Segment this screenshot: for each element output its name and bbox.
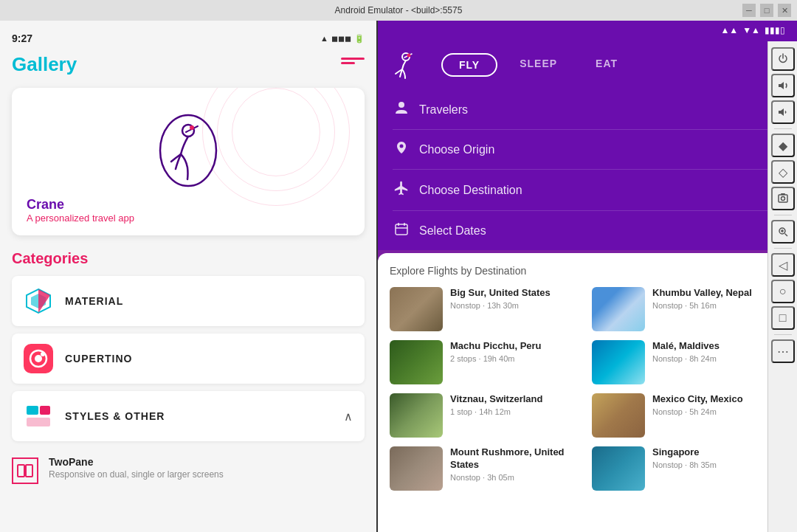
volume-down-button[interactable] xyxy=(771,100,795,124)
right-panel: ▲▲ ▼▲ ▮▮▮▯ FLY SLEEP EAT xyxy=(378,21,797,532)
travelers-row[interactable]: Travelers xyxy=(393,90,782,130)
right-wifi-icon: ▲▲ xyxy=(720,25,738,35)
svg-rect-13 xyxy=(26,465,32,477)
zoom-button[interactable] xyxy=(771,220,795,243)
tab-sleep[interactable]: SLEEP xyxy=(503,53,573,77)
destination-icon xyxy=(393,180,410,200)
twopane-text: TwoPane Responsive on dual, single or la… xyxy=(49,456,224,480)
chevron-up-icon: ∧ xyxy=(344,410,353,424)
twopane-item[interactable]: TwoPane Responsive on dual, single or la… xyxy=(12,449,365,484)
dest-item-khumbu[interactable]: Khumbu Valley, Nepal Nonstop · 5h 16m xyxy=(592,287,785,331)
styles-icon xyxy=(24,401,53,431)
crane-app-name: Crane xyxy=(27,197,134,213)
dest-item-rushmore[interactable]: Mount Rushmore, United States Nonstop · … xyxy=(390,446,583,491)
dest-item-machu[interactable]: Machu Picchu, Peru 2 stops · 19h 40m xyxy=(390,340,583,384)
cupertino-label: CUPERTINO xyxy=(65,353,132,365)
dest-thumb-singapore xyxy=(592,446,645,491)
explore-section: Explore Flights by Destination Big Sur, … xyxy=(378,253,797,532)
styles-left: STYLES & OTHER xyxy=(24,401,165,431)
dest-thumb-machu xyxy=(390,340,443,384)
dest-info-bigsur: Big Sur, United States Nonstop · 13h 30m xyxy=(450,287,551,310)
dest-detail-vitznau: 1 stop · 14h 12m xyxy=(450,407,542,416)
dest-item-bigsur[interactable]: Big Sur, United States Nonstop · 13h 30m xyxy=(390,287,583,331)
svg-rect-22 xyxy=(779,195,787,202)
twopane-name: TwoPane xyxy=(49,456,224,468)
dest-info-machu: Machu Picchu, Peru 2 stops · 19h 40m xyxy=(450,340,542,363)
choose-destination-row[interactable]: Choose Destination xyxy=(393,170,782,211)
minimize-button[interactable]: ─ xyxy=(742,4,756,17)
destinations-grid: Big Sur, United States Nonstop · 13h 30m… xyxy=(390,287,785,491)
dest-name-rushmore: Mount Rushmore, United States xyxy=(450,446,583,471)
dest-name-vitznau: Vitznau, Switzerland xyxy=(450,393,542,406)
dest-thumb-male xyxy=(592,340,645,384)
dest-thumb-khumbu xyxy=(592,287,645,331)
origin-label: Choose Origin xyxy=(419,143,494,156)
battery-icon: 🔋 xyxy=(354,34,365,44)
status-icons: ▲ ◼◼◼ 🔋 xyxy=(320,34,365,44)
recents-button[interactable]: □ xyxy=(771,306,795,330)
nav-tabs: FLY SLEEP EAT xyxy=(441,53,782,77)
toolbar-divider-3 xyxy=(774,248,792,249)
crane-card[interactable]: Crane A personalized travel app xyxy=(12,88,365,235)
categories-title: Categories xyxy=(12,250,365,267)
gallery-header: Gallery xyxy=(12,53,365,76)
more-button[interactable]: ⋯ xyxy=(771,339,795,363)
choose-origin-row[interactable]: Choose Origin xyxy=(393,130,782,170)
main-container: 9:27 ▲ ◼◼◼ 🔋 Gallery xyxy=(0,21,797,532)
dest-item-singapore[interactable]: Singapore Nonstop · 8h 35m xyxy=(592,446,785,491)
travelers-label: Travelers xyxy=(419,103,468,117)
material-label: MATERIAL xyxy=(65,295,123,307)
menu-icon[interactable] xyxy=(341,58,365,72)
volume-up-button[interactable] xyxy=(771,74,795,97)
styles-section[interactable]: STYLES & OTHER ∧ xyxy=(12,391,365,441)
dest-thumb-mexico xyxy=(592,393,645,438)
calendar-icon xyxy=(393,221,410,240)
svg-point-16 xyxy=(398,102,404,108)
signal-icon: ◼◼◼ xyxy=(331,34,351,44)
svg-point-15 xyxy=(407,54,411,58)
dest-item-male[interactable]: Malé, Maldives Nonstop · 8h 24m xyxy=(592,340,785,384)
status-bar: 9:27 ▲ ◼◼◼ 🔋 xyxy=(12,32,365,44)
twopane-icon xyxy=(12,457,38,484)
tab-fly[interactable]: FLY xyxy=(441,53,497,77)
eraser-button[interactable]: ◇ xyxy=(771,160,795,184)
select-dates-row[interactable]: Select Dates xyxy=(393,211,782,250)
home-button[interactable]: ○ xyxy=(771,280,795,303)
maximize-button[interactable]: □ xyxy=(760,4,773,17)
svg-rect-11 xyxy=(27,418,50,426)
gallery-title: Gallery xyxy=(12,53,77,76)
dest-name-khumbu: Khumbu Valley, Nepal xyxy=(652,287,752,300)
svg-point-17 xyxy=(400,145,404,148)
crane-app-header: FLY SLEEP EAT xyxy=(378,40,797,90)
dest-thumb-rushmore xyxy=(390,446,443,491)
dest-info-male: Malé, Maldives Nonstop · 8h 24m xyxy=(652,340,720,363)
dest-name-singapore: Singapore xyxy=(652,446,717,459)
dest-detail-mexico: Nonstop · 5h 24m xyxy=(652,407,743,416)
close-button[interactable]: ✕ xyxy=(778,4,791,17)
material-icon xyxy=(24,286,53,316)
svg-rect-9 xyxy=(27,406,38,415)
rotate-button[interactable]: ◆ xyxy=(771,134,795,157)
dest-item-mexico[interactable]: Mexico City, Mexico Nonstop · 5h 24m xyxy=(592,393,785,438)
search-fields: Travelers Choose Origin xyxy=(378,90,797,250)
travelers-icon xyxy=(393,100,410,119)
dest-name-bigsur: Big Sur, United States xyxy=(450,287,551,300)
category-item-cupertino[interactable]: CUPERTINO xyxy=(12,334,365,384)
category-item-material[interactable]: MATERIAL xyxy=(12,276,365,326)
wifi-icon: ▲ xyxy=(320,34,328,43)
dates-label: Select Dates xyxy=(419,224,486,238)
svg-point-23 xyxy=(781,197,784,201)
dest-detail-rushmore: Nonstop · 3h 05m xyxy=(450,473,583,482)
cupertino-icon xyxy=(24,344,53,373)
dest-info-singapore: Singapore Nonstop · 8h 35m xyxy=(652,446,717,469)
back-button[interactable]: ◁ xyxy=(771,253,795,277)
window-title: Android Emulator - <build>:5575 xyxy=(335,5,463,15)
dest-item-vitznau[interactable]: Vitznau, Switzerland 1 stop · 14h 12m xyxy=(390,393,583,438)
dest-thumb-vitznau xyxy=(390,393,443,438)
right-status-icons: ▲▲ ▼▲ ▮▮▮▯ xyxy=(720,25,785,35)
right-toolbar: ◆ ◇ ◁ ○ □ ⋯ xyxy=(767,41,797,532)
screenshot-button[interactable] xyxy=(771,187,795,210)
dest-detail-male: Nonstop · 8h 24m xyxy=(652,354,720,363)
power-button[interactable] xyxy=(771,47,795,71)
tab-eat[interactable]: EAT xyxy=(579,53,634,77)
